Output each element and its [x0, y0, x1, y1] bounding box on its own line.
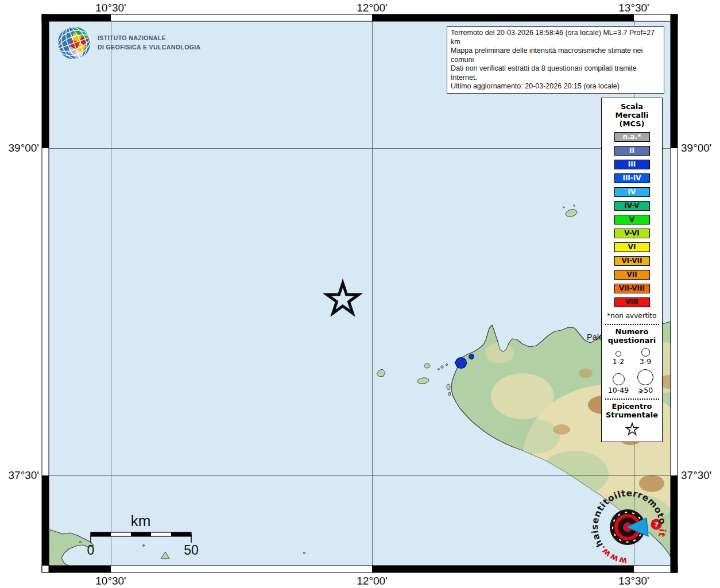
scale-bar-zero: 0	[87, 543, 95, 558]
size-circle-50	[637, 369, 653, 385]
event-info-line4: Ultimo aggiornamento: 20-03-2026 20:15 (…	[451, 82, 660, 91]
legend-panel: Scala Mercalli (MCS) n.a.* II III III-IV…	[601, 98, 663, 442]
axis-label-right-3730: 37°30'	[681, 469, 712, 482]
scale-bar-unit: km	[131, 512, 151, 529]
ingv-logo: ISTITUTO NAZIONALE DI GEOFISICA E VULCAN…	[56, 25, 201, 61]
mcs-swatch-iii: III	[614, 160, 650, 169]
size-label: 3-9	[640, 357, 651, 366]
size-circle-1-2	[616, 351, 621, 357]
hsit-tld: .it	[656, 525, 668, 538]
mcs-swatch-na: n.a.*	[614, 132, 650, 142]
axis-label-bottom-left: 10°30'	[95, 575, 126, 587]
axis-label-left-3730: 37°30'	[0, 469, 39, 482]
size-label: 10-49	[608, 386, 629, 394]
epicenter-title-line: Epicentro	[612, 402, 652, 411]
event-info-box: Terremoto del 20-03-2026 18:58:46 (ora l…	[447, 26, 664, 94]
size-circle-10-49	[613, 373, 625, 385]
legend-epicenter-star-icon	[624, 422, 641, 437]
size-label: ⩾50	[638, 386, 653, 394]
axis-label-top-center: 12°00'	[357, 2, 388, 14]
mcs-swatch-iv: IV	[614, 187, 650, 197]
event-info-line1: Terremoto del 20-03-2026 18:58:46 (ora l…	[451, 29, 660, 47]
legend-title-line: Mercalli	[615, 111, 648, 119]
mcs-swatch-v-vi: V-VI	[614, 229, 650, 238]
legend-title-line: (MCS)	[620, 119, 645, 128]
ingv-globe-icon	[56, 25, 92, 61]
legend-divider	[605, 324, 659, 325]
mcs-swatch-vii-viii: VII-VIII	[614, 284, 650, 293]
axis-label-left-39: 39°00'	[0, 142, 39, 154]
axis-label-top-right: 13°30'	[618, 2, 649, 14]
legend-divider	[605, 399, 659, 400]
mcs-swatch-vi-vii: VI-VII	[614, 256, 650, 266]
mcs-swatch-ii: II	[614, 146, 650, 156]
ingv-name-line2: DI GEOFISICA E VULCANOLOGIA	[98, 43, 201, 52]
size-circle-3-9	[641, 348, 650, 357]
scale-bar-fifty: 50	[184, 543, 199, 558]
ingv-name: ISTITUTO NAZIONALE DI GEOFISICA E VULCAN…	[98, 34, 201, 52]
mcs-swatch-iii-iv: III-IV	[614, 173, 650, 183]
axis-label-bottom-right: 13°30'	[618, 575, 649, 587]
size-label: 1-2	[613, 357, 624, 366]
legend-footnote: *non avvertito	[607, 312, 656, 320]
legend-title-line: Scala	[621, 102, 643, 111]
questionnaire-title-line: questionari	[608, 336, 656, 345]
event-info-line2: Mappa preliminare delle intensità macros…	[451, 47, 660, 64]
mcs-swatch-vi: VI	[614, 242, 650, 252]
axis-label-bottom-center: 12°00'	[357, 575, 388, 587]
intensity-dot-small	[469, 354, 474, 359]
event-info-line3: Dati non verificati estratti da 8 questi…	[451, 64, 660, 82]
questionnaire-size-key: 1-2 3-9 10-49 ⩾50	[605, 348, 659, 394]
epicenter-title-line: Strumentale	[606, 411, 658, 419]
mcs-swatch-v: V	[614, 215, 650, 225]
mcs-swatch-iv-v: IV-V	[614, 201, 650, 211]
axis-label-top-left: 10°30'	[95, 2, 126, 14]
mcs-swatch-vii: VII	[614, 270, 650, 280]
macroseismic-map: Palermo km 0 50	[0, 0, 720, 588]
intensity-dot-large	[456, 358, 467, 369]
mcs-swatch-viii: VIII	[614, 297, 650, 307]
axis-label-right-39: 39°00'	[681, 142, 712, 154]
questionnaire-title-line: Numero	[616, 327, 649, 336]
ingv-name-line1: ISTITUTO NAZIONALE	[98, 34, 201, 43]
